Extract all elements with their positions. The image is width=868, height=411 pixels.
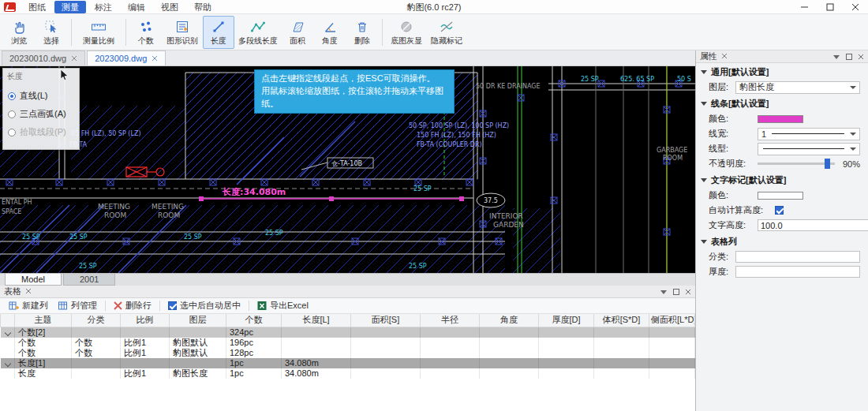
text-color-swatch[interactable] — [758, 192, 803, 200]
menu-view[interactable]: 视图 — [154, 1, 185, 13]
svg-text:150 FH (LZ), 150 FH (HZ): 150 FH (LZ), 150 FH (HZ) — [417, 132, 496, 139]
panel-float-icon[interactable] — [846, 52, 852, 62]
expand-icon[interactable] — [4, 360, 10, 366]
hide-marks-icon — [439, 19, 455, 35]
section-line[interactable]: 线条[默认设置] — [696, 95, 868, 111]
svg-text:ROOM: ROOM — [663, 155, 683, 162]
panel-float-icon[interactable] — [673, 287, 679, 297]
expand-icon[interactable] — [4, 329, 10, 335]
svg-text:GARDEN: GARDEN — [493, 221, 524, 229]
tool-select[interactable]: 选择 — [36, 16, 67, 49]
close-icon[interactable] — [26, 289, 32, 294]
close-icon[interactable] — [859, 52, 864, 62]
tool-polyline-length[interactable]: 多段线长度 — [235, 16, 281, 49]
table-group-row[interactable]: 个数[2] 324pc — [1, 327, 695, 338]
minimize-button[interactable] — [792, 0, 817, 13]
table-row[interactable]: 长度 比例1 豹图长度 1pc 34.080m — [1, 368, 695, 379]
opacity-slider[interactable] — [758, 163, 835, 165]
line-color-swatch[interactable] — [758, 115, 803, 123]
doc-tab-20230010[interactable]: 20230010.dwg — [2, 50, 85, 65]
length-line-icon — [211, 19, 226, 35]
svg-text:ROOM: ROOM — [104, 211, 126, 219]
close-icon[interactable] — [686, 287, 691, 297]
tool-area[interactable]: 面积 — [282, 16, 313, 49]
tab-model[interactable]: Model — [5, 274, 62, 286]
column-manage-button[interactable]: 列管理 — [54, 299, 101, 312]
section-text-mark[interactable]: 文字标记[默认设置] — [696, 171, 868, 188]
area-hatch-icon — [290, 19, 305, 35]
field-opacity: 不透明度: 90% — [696, 156, 868, 171]
collapse-icon — [701, 240, 707, 244]
cad-viewport[interactable]: MEETING ROOM MEETING ROOM INTERIOR GARDE… — [0, 66, 695, 273]
maximize-button[interactable] — [817, 0, 843, 13]
tab-close-icon[interactable] — [152, 56, 158, 62]
section-table-column[interactable]: 表格列 — [696, 233, 868, 249]
slider-handle[interactable] — [825, 159, 830, 169]
table-row[interactable]: 个数 个数 比例1 豹图默认 196pc — [1, 338, 695, 348]
category-input[interactable] — [735, 251, 860, 263]
radio-icon — [8, 92, 16, 100]
tool-hide-marks[interactable]: 隐藏标记 — [427, 16, 466, 49]
layer-select[interactable]: 豹图长度 — [735, 81, 860, 94]
document-tab-bar: 20230010.dwg 2023009.dwg — [0, 50, 695, 66]
tool-angle[interactable]: 角度 — [314, 16, 346, 49]
ribbon-separator — [125, 19, 126, 46]
title-bar: 豹图(6.0 rc27) 图纸 测量 标注 编辑 视图 帮助 — [0, 0, 868, 14]
tool-browse[interactable]: 浏览 — [3, 16, 35, 49]
auto-height-checkbox[interactable] — [775, 206, 784, 215]
tool-basemap-gray[interactable]: 底图灰显 — [387, 16, 426, 49]
table-row[interactable]: 个数 个数 比例1 豹图默认 128pc — [1, 348, 695, 358]
menu-bar: 图纸 测量 标注 编辑 视图 帮助 — [21, 1, 219, 13]
app-logo-icon — [4, 2, 16, 12]
option-line[interactable]: 直线(L) — [3, 87, 79, 105]
table-header-row: 主题 分类 比例 图层 个数 长度[L] 面积[S] 半径 角度 厚度[D] 体… — [1, 314, 695, 327]
menu-drawing[interactable]: 图纸 — [21, 1, 53, 13]
field-text-color: 颜色: — [696, 188, 868, 203]
canvas-hint-tooltip: 点击左键指定线段起点，按ESC可取消操作。 用鼠标滚轮缩放图纸，按住滚轮并拖动来… — [254, 69, 455, 114]
new-column-button[interactable]: 新建列 — [5, 299, 52, 312]
tool-count[interactable]: 个数 — [130, 16, 162, 49]
section-general[interactable]: 通用[默认设置] — [696, 63, 868, 80]
shape-list-icon — [175, 19, 189, 35]
tab-close-icon[interactable] — [72, 56, 77, 62]
option-three-point-arc[interactable]: 三点画弧(A) — [3, 105, 79, 123]
svg-text:25 SP: 25 SP — [79, 263, 97, 270]
panel-menu-icon[interactable] — [833, 52, 840, 62]
svg-text:SPACE: SPACE — [2, 208, 21, 215]
layout-tab-bar: Model 2001 — [0, 273, 695, 286]
close-button[interactable] — [843, 0, 868, 13]
tab-2001[interactable]: 2001 — [63, 274, 115, 286]
menu-edit[interactable]: 编辑 — [121, 1, 152, 13]
mouse-cursor-icon — [60, 69, 69, 81]
panel-menu-icon[interactable] — [660, 287, 667, 297]
tool-measure-scale[interactable]: 测量比例 — [76, 16, 122, 49]
table-panel: 表格 新建列 列管理 — [0, 286, 695, 411]
svg-text:50 SP, 100 SP (LZ), 100 SP (HZ: 50 SP, 100 SP (LZ), 100 SP (HZ) — [409, 122, 509, 129]
text-height-input[interactable] — [758, 219, 868, 231]
auto-center-toggle[interactable]: 选中后自动居中 — [164, 299, 245, 312]
line-type-select[interactable] — [758, 143, 860, 155]
menu-help[interactable]: 帮助 — [187, 1, 219, 13]
tool-shape-recognition[interactable]: 图形识别 — [163, 16, 202, 49]
menu-measure[interactable]: 测量 — [54, 1, 86, 13]
chevron-down-icon — [850, 86, 856, 89]
tool-length[interactable]: 长度 — [203, 16, 234, 49]
svg-text:25 SP: 25 SP — [69, 234, 88, 241]
close-icon[interactable] — [722, 54, 728, 59]
field-line-width: 线宽: 1 — [696, 126, 868, 141]
option-pick-segment[interactable]: 拾取线段(P) — [3, 123, 79, 141]
svg-text:ENTAL PH: ENTAL PH — [2, 199, 32, 206]
thickness-input[interactable] — [735, 266, 860, 278]
toolbar-separator — [105, 301, 106, 311]
table-group-row[interactable]: 长度[1] 1pc 34.080m — [1, 358, 695, 368]
svg-text:ROOM: ROOM — [158, 211, 180, 219]
svg-text:FB-TA (COUPLER DR): FB-TA (COUPLER DR) — [417, 141, 482, 148]
line-width-select[interactable]: 1 — [758, 128, 860, 140]
opacity-value: 90% — [843, 159, 860, 169]
tool-delete[interactable]: 删除 — [346, 16, 378, 49]
export-excel-button[interactable]: 导出Excel — [253, 299, 312, 312]
svg-text:MEETING: MEETING — [152, 203, 184, 211]
menu-annotate[interactable]: 标注 — [88, 1, 119, 13]
doc-tab-2023009[interactable]: 2023009.dwg — [87, 50, 166, 65]
delete-row-button[interactable]: 删除行 — [110, 299, 155, 312]
